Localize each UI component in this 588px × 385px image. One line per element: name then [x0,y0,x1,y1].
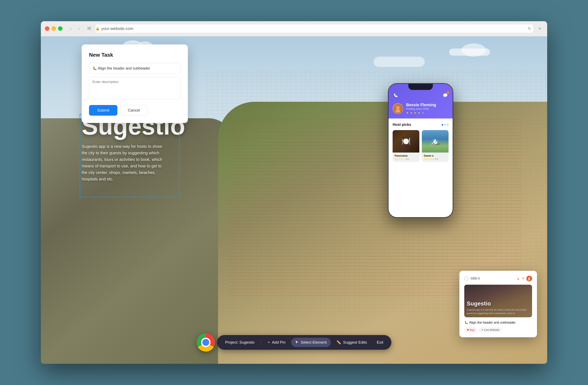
hosting-since: Hosting since 2018 [406,107,436,110]
task-card-title: 🐛 Align the header and subheader [464,321,532,325]
preview-title: Sugestio [467,300,530,307]
select-element-text: Select Element [300,340,327,345]
pick-image-2: 🏔️ [422,130,449,153]
phone-top-icons: 2 [393,92,449,98]
phone-screen: 2 Bessie Flemin [389,84,453,217]
host-picks-grid: 🍽️ Panorama ★★★★☆ 4.6 🏔️ [393,130,449,162]
svg-point-7 [528,279,530,280]
description-input[interactable] [89,77,181,99]
priority-up-icon: ▲ [517,277,520,280]
preview-content: Sugestio Sugestio app is a new way for h… [467,300,530,315]
task-card-tags: Bug Live Website [464,327,532,332]
lock-icon: 🔒 [96,27,100,31]
minimize-button[interactable] [51,26,56,31]
dot-3 [447,124,449,126]
cursor-icon [295,340,298,345]
task-card: SBB-6 ▲ ▼ Sugestio Suges [459,271,537,337]
toolbar-bar: Project: Sugestio + Add Pin Select [217,335,391,350]
svg-point-6 [528,277,530,279]
section-title: Host picks [393,123,411,127]
live-dot [482,329,483,330]
host-info: Bessie Fleming Hosting since 2018 ★ ★ ★ … [393,103,449,115]
suggest-edits-text: Suggest Edits [343,340,367,345]
forward-button[interactable]: › [76,25,82,32]
add-pin-icon: + [268,340,270,345]
task-status-circle [464,276,468,281]
task-id: SBB-6 [464,276,480,281]
task-id-text: SBB-6 [470,277,480,280]
star-5: ★ [421,111,424,115]
task-value-text: 🐛 Align the header and subheader [92,66,150,71]
pagination-dots [441,124,449,126]
sidebar-toggle[interactable] [86,25,92,32]
task-name-input[interactable]: 🐛 Align the header and subheader [89,63,181,74]
pick-stars-1: ★★★★☆ [395,158,405,160]
pick-rating-1: ★★★★☆ 4.6 [395,158,417,160]
task-title-text: 🐛 Align the header and subheader [464,321,516,325]
star-4: ★ [418,111,420,115]
project-text: Project: Sugestio [225,340,255,345]
address-bar[interactable]: 🔒 your-website.com ↻ [96,24,533,33]
dot-2 [444,124,446,126]
host-avatar [393,103,403,114]
tag-bug[interactable]: Bug [464,327,477,332]
pick-count-2: 4.8 [435,158,438,160]
modal-buttons: Submit Cancel [89,105,181,116]
phone-call-icon [393,92,399,98]
assigned-avatar [526,276,532,281]
browser-content: New Task 🐛 Align the header and subheade… [41,36,547,364]
notification-count: 2 [446,91,449,94]
add-pin-text: Add Pin [272,340,286,345]
notification-badge: 2 [442,92,449,98]
exit-button[interactable]: Exit [373,338,387,347]
task-card-header: SBB-6 ▲ ▼ [464,276,532,281]
chrome-logo [197,333,215,351]
host-details: Bessie Fleming Hosting since 2018 ★ ★ ★ … [406,103,436,115]
task-card-actions: ▲ ▼ [517,276,532,281]
pick-name-1: Panorama [395,154,417,157]
new-tab-button[interactable]: + [537,25,543,32]
add-pin-button[interactable]: + Add Pin [264,338,290,347]
priority-down-icon: ▼ [522,277,525,280]
select-element-button[interactable]: Select Element [291,338,331,347]
browser-chrome: ‹ › 🔒 your-website.com ↻ + [41,21,547,36]
toolbar-divider-1 [261,339,261,346]
back-button[interactable]: ‹ [68,25,74,32]
pick-name-2: Game o [424,154,446,157]
selection-box [80,114,180,197]
bottom-toolbar: Project: Sugestio + Add Pin Select [41,333,547,351]
browser-window: ‹ › 🔒 your-website.com ↻ + [41,21,547,364]
pick-info-2: Game o ★★★★★ 4.8 [422,153,449,162]
star-2: ★ [410,111,413,115]
pen-icon: ✏️ [336,340,341,345]
exit-text: Exit [377,340,383,345]
phone-notch [408,84,433,90]
new-task-modal: New Task 🐛 Align the header and subheade… [82,44,188,123]
section-header: Host picks [393,123,449,127]
traffic-lights [45,26,63,31]
svg-point-4 [396,106,399,109]
phone-body: Host picks 🍽️ Panorama [389,118,453,166]
svg-rect-1 [87,28,91,29]
svg-rect-2 [87,29,91,30]
star-3: ★ [414,111,417,115]
close-button[interactable] [45,26,49,31]
pick-card-1: 🍽️ Panorama ★★★★☆ 4.6 [393,130,419,162]
dot-1 [441,124,443,126]
suggest-edits-button[interactable]: ✏️ Suggest Edits [332,338,371,347]
preview-subtitle: Sugestio app is a new way for hosts to s… [467,308,530,315]
pick-rating-2: ★★★★★ 4.8 [424,158,446,160]
tag-live-website[interactable]: Live Website [479,327,502,332]
project-label: Project: Sugestio [221,338,259,347]
cancel-button[interactable]: Cancel [120,105,147,116]
maximize-button[interactable] [58,26,63,31]
modal-title: New Task [89,52,181,58]
tag-live-label: Live Website [484,328,499,331]
chrome-inner [201,338,210,347]
refresh-button[interactable]: ↻ [528,26,531,31]
svg-rect-0 [87,27,91,28]
host-name: Bessie Fleming [406,103,436,107]
host-stars: ★ ★ ★ ★ ★ [406,111,436,115]
pick-image-1: 🍽️ [393,130,419,153]
submit-button[interactable]: Submit [89,105,117,116]
